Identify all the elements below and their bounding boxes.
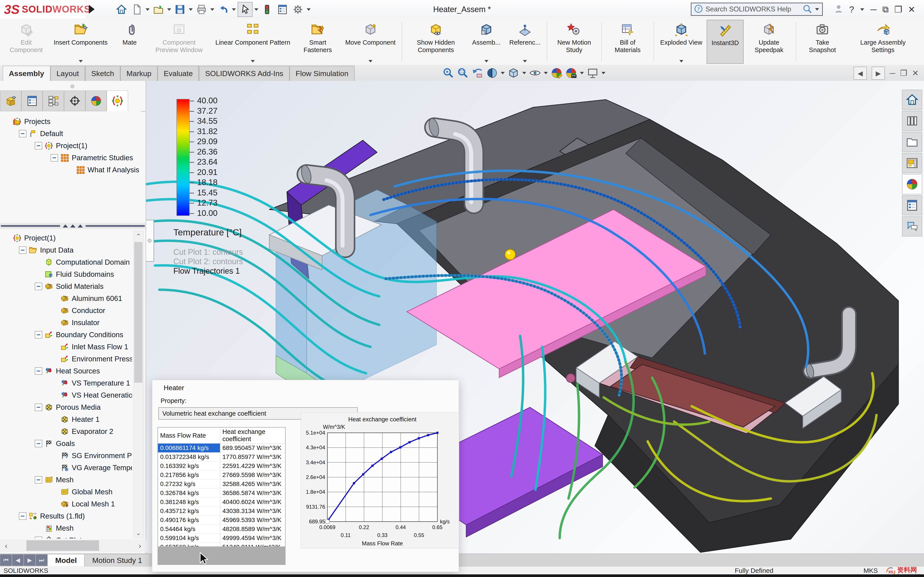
collapse-toggle[interactable] xyxy=(35,142,42,150)
taskpane-viewpal-button[interactable] xyxy=(902,153,922,173)
dropdown-icon[interactable] xyxy=(254,8,258,11)
headsup-monitor-button[interactable] xyxy=(586,67,599,79)
collapse-toggle[interactable] xyxy=(19,513,26,520)
dropdown-icon[interactable] xyxy=(679,60,683,63)
panel-grip[interactable] xyxy=(0,81,145,90)
ribbon-exploded-view-button[interactable]: Exploded View xyxy=(656,20,707,64)
tree-item-parametric-studies[interactable]: Parametric Studies xyxy=(51,152,133,163)
doc-restore-button[interactable]: ❐ xyxy=(900,69,907,78)
tree-item-environment-pressure-2[interactable]: Environment Pressure 2 xyxy=(51,353,132,364)
panel-collapse-handle[interactable] xyxy=(146,220,154,261)
qat-save-button[interactable] xyxy=(173,2,187,16)
ribbon-new-motion-study-button[interactable]: New Motion Study xyxy=(549,20,599,64)
dock-button[interactable]: ⧉ xyxy=(882,5,889,15)
collapse-toggle[interactable] xyxy=(51,154,58,161)
close-button[interactable]: ✕ xyxy=(908,5,916,15)
tree-item-mesh[interactable]: Mesh xyxy=(35,523,74,534)
dropdown-icon[interactable] xyxy=(544,72,548,74)
dropdown-icon[interactable] xyxy=(79,60,83,63)
trajectory-point-marker[interactable] xyxy=(505,249,515,260)
headsup-viewcube-button[interactable] xyxy=(507,67,520,79)
ribbon-assemb--button[interactable]: Assemb... xyxy=(468,20,505,64)
tree-item-evaporator-2[interactable]: Evaporator 2 xyxy=(51,426,113,437)
headsup-section-button[interactable] xyxy=(486,67,498,79)
dropdown-icon[interactable] xyxy=(522,72,526,74)
ribbon-smart-fasteners-button[interactable]: Smart Fasteners xyxy=(295,20,341,64)
next-document-button[interactable]: ▶ xyxy=(872,67,885,80)
tree-item-global-mesh[interactable]: Global Mesh xyxy=(51,487,112,497)
qat-print-button[interactable] xyxy=(194,2,208,16)
taskpane-home-button[interactable] xyxy=(902,90,922,110)
hscroll-thumb[interactable] xyxy=(26,540,99,551)
scroll-right-icon[interactable]: › xyxy=(135,540,145,551)
table-row[interactable]: 0.54464 kg/s48208.8589 W/m^3/K xyxy=(158,525,285,534)
dropdown-icon[interactable] xyxy=(580,72,584,74)
headsup-scene-button[interactable] xyxy=(565,67,577,79)
table-row[interactable]: 0.006861174 kg/s689.950457 W/m^3/K xyxy=(158,443,285,453)
headsup-appearance-button[interactable] xyxy=(551,67,563,79)
feature-tab-flowsim[interactable] xyxy=(107,90,128,111)
table-row[interactable]: 0.435712 kg/s43038.3134 W/m^3/K xyxy=(158,507,285,516)
table-row[interactable]: 0.381248 kg/s40400.6024 W/m^3/K xyxy=(158,498,285,507)
tree-item-heat-sources[interactable]: Heat Sources xyxy=(35,366,100,377)
tree-item-goals[interactable]: Goals xyxy=(35,438,75,449)
qat-open-button[interactable] xyxy=(151,2,165,16)
toolbar-expand-arrow-icon[interactable] xyxy=(89,5,95,14)
tab-prev-button[interactable]: ◀ xyxy=(12,554,24,566)
tab-evaluate[interactable]: Evaluate xyxy=(158,66,199,81)
tree-item-fluid-subdomains[interactable]: Fluid Subdomains xyxy=(35,269,114,280)
tree-item-projects[interactable]: Projects xyxy=(3,116,50,127)
tree-item-computational-domain[interactable]: Computational Domain xyxy=(35,257,130,268)
ribbon-insert-components-button[interactable]: Insert Components xyxy=(49,20,112,64)
feature-tab-mgrlist[interactable] xyxy=(21,90,43,111)
ribbon-show-hidden-components-button[interactable]: Show Hidden Components xyxy=(404,20,468,64)
qat-undo-button[interactable] xyxy=(216,2,230,16)
restore-button[interactable]: ❐ xyxy=(894,5,902,15)
collapse-toggle[interactable] xyxy=(35,283,42,290)
ribbon-take-snapshot-button[interactable]: Take Snapshot xyxy=(798,20,846,64)
tree-item-solid-materials[interactable]: Solid Materials xyxy=(35,281,103,292)
legend-layer-label[interactable]: Flow Trajectories 1 xyxy=(173,266,240,276)
doc-tab-motion-study-1[interactable]: Motion Study 1 xyxy=(84,554,150,566)
tree-item-boundary-conditions[interactable]: Boundary Conditions xyxy=(35,329,123,340)
dropdown-icon[interactable] xyxy=(167,8,171,11)
dropdown-icon[interactable] xyxy=(189,8,193,11)
tab-layout[interactable]: Layout xyxy=(50,66,85,81)
doc-tab-model[interactable]: Model xyxy=(47,554,84,566)
collapse-toggle[interactable] xyxy=(35,404,42,411)
ribbon-referenc--button[interactable]: Referenc... xyxy=(505,20,545,64)
scroll-left-icon[interactable]: ‹ xyxy=(1,540,11,551)
qat-newdoc-button[interactable] xyxy=(130,2,144,16)
tree-item-project-1-[interactable]: Project(1) xyxy=(3,232,56,243)
feature-tab-config[interactable] xyxy=(43,90,64,111)
table-row[interactable]: 0.217856 kg/s27669.5598 W/m^3/K xyxy=(158,471,285,480)
tab-last-button[interactable]: ⏭ xyxy=(36,554,47,566)
taskpane-globe-button[interactable] xyxy=(902,174,922,194)
search-dropdown-icon[interactable] xyxy=(815,8,819,11)
dropdown-icon[interactable] xyxy=(251,60,255,63)
tree-item-porous-media[interactable]: Porous Media xyxy=(35,402,101,413)
collapse-toggle[interactable] xyxy=(19,130,26,137)
feature-tab-target[interactable] xyxy=(64,90,86,111)
table-row[interactable]: 0.013722348 kg/s1770.85977 W/m^3/K xyxy=(158,453,285,462)
tree-item-local-mesh-1[interactable]: Local Mesh 1 xyxy=(51,498,115,509)
ribbon-large-assembly-settings-button[interactable]: Large Assembly Settings xyxy=(846,20,919,64)
taskpane-chat-button[interactable] xyxy=(902,216,922,237)
collapse-toggle[interactable] xyxy=(35,476,42,484)
minimize-button[interactable]: ─ xyxy=(870,5,877,15)
help-dropdown-icon[interactable] xyxy=(860,8,864,11)
taskpane-folder2-button[interactable] xyxy=(902,132,922,152)
search-input[interactable]: Search SOLIDWORKS Help xyxy=(706,5,800,13)
help-button[interactable]: ? xyxy=(849,5,854,15)
tab-assembly[interactable]: Assembly xyxy=(3,66,50,81)
tree-horizontal-scrollbar[interactable]: ‹ › xyxy=(0,540,146,552)
table-row[interactable]: 0.599104 kg/s49999.4594 W/m^3/K xyxy=(158,534,285,543)
tree-item-conductor[interactable]: Conductor xyxy=(51,305,105,316)
legend-layer-label[interactable]: Cut Plot 1: contours xyxy=(173,248,243,257)
doc-close-button[interactable]: ✕ xyxy=(912,69,919,78)
ribbon-move-component-button[interactable]: Move Component xyxy=(341,20,400,64)
tree-vertical-scrollbar[interactable]: ⌃ ⌄ xyxy=(133,231,144,538)
user-icon[interactable] xyxy=(834,4,843,15)
headsup-zoomfit-button[interactable] xyxy=(442,67,454,79)
tab-first-button[interactable]: ⏮ xyxy=(0,554,12,566)
